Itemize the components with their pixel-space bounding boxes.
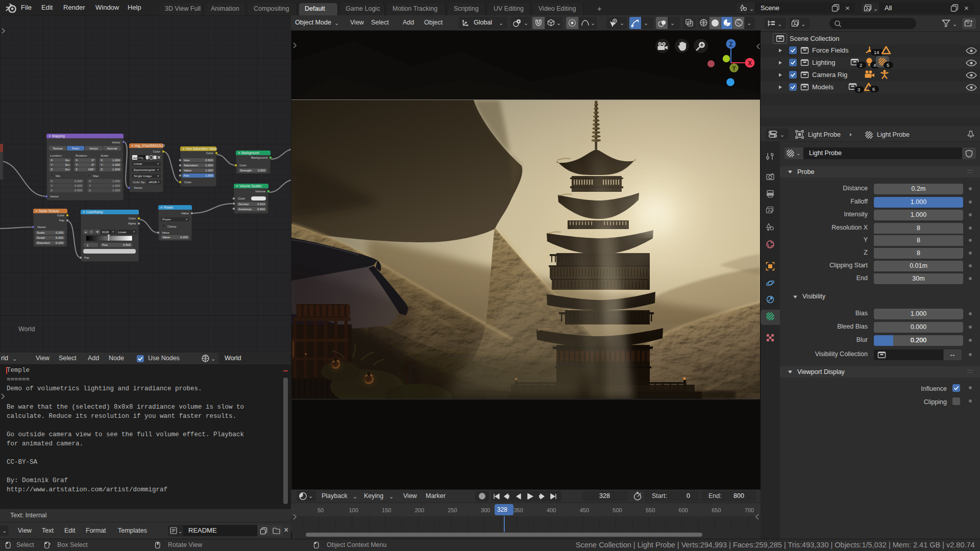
svg-text:0m: 0m: [65, 159, 69, 162]
svg-text:1.000: 1.000: [112, 189, 120, 192]
svg-text:0.500: 0.500: [258, 169, 266, 172]
svg-text:Hue Saturation Value: Hue Saturation Value: [186, 147, 217, 151]
svg-text:1.000: 1.000: [112, 163, 120, 166]
svg-text:Scale:: Scale:: [101, 154, 109, 157]
svg-text:Z:: Z:: [76, 168, 79, 171]
svg-text:0.600: 0.600: [257, 208, 265, 211]
svg-text:Single Image: Single Image: [134, 174, 152, 178]
svg-text:Location:: Location:: [50, 154, 63, 157]
svg-text:World: World: [18, 325, 35, 333]
svg-text:Fac: Fac: [59, 219, 64, 222]
svg-text:1.000: 1.000: [112, 168, 120, 171]
svg-text:Hue:: Hue:: [184, 159, 190, 162]
svg-text:Y:: Y:: [76, 163, 79, 166]
svg-text:Z:: Z:: [101, 168, 104, 171]
svg-text:Anisotrop:: Anisotrop:: [238, 208, 252, 211]
svg-text:Mapping: Mapping: [52, 134, 65, 138]
svg-text:Background: Background: [241, 151, 259, 155]
svg-text:Y:: Y:: [101, 163, 104, 166]
svg-text:0.100: 0.100: [56, 241, 64, 244]
svg-text:Fac:: Fac:: [184, 174, 190, 177]
svg-text:Power: Power: [164, 206, 174, 209]
svg-text:0.000: 0.000: [75, 184, 83, 187]
svg-text:Y: Y: [732, 65, 736, 72]
svg-text:0.250: 0.250: [56, 231, 64, 234]
svg-text:Linear: Linear: [134, 162, 142, 165]
svg-text:1.000: 1.000: [112, 184, 120, 187]
svg-text:Value: Value: [181, 212, 189, 215]
svg-text:0°: 0°: [91, 163, 94, 166]
svg-text:Scale:: Scale:: [37, 231, 45, 234]
svg-text:0.000: 0.000: [75, 189, 83, 192]
svg-text:Vector: Vector: [50, 195, 59, 198]
svg-text:Z:: Z:: [51, 168, 54, 171]
svg-text:Color: Color: [206, 152, 213, 155]
svg-text:0.500: 0.500: [205, 159, 213, 162]
svg-text:X:: X:: [51, 180, 54, 183]
svg-text:Normal: Normal: [107, 147, 117, 150]
svg-text:Volume: Volume: [255, 190, 266, 193]
svg-text:Linear: Linear: [118, 231, 127, 234]
svg-text:Clamp: Clamp: [167, 225, 177, 228]
svg-text:Volume Scatter: Volume Scatter: [239, 184, 262, 188]
svg-text:0m: 0m: [65, 168, 69, 171]
svg-text:Vector: Vector: [134, 186, 142, 189]
svg-text:Min: Min: [56, 174, 61, 178]
svg-text:Distortion:: Distortion:: [37, 241, 51, 244]
svg-text:Value: Value: [162, 231, 170, 234]
svg-text:Alpha: Alpha: [128, 222, 136, 225]
svg-text:1.000: 1.000: [205, 169, 213, 172]
svg-text:Color: Color: [184, 181, 191, 184]
svg-text:sRGB: sRGB: [149, 181, 157, 184]
svg-text:0°: 0°: [91, 159, 94, 162]
svg-text:img_: img_: [138, 156, 145, 159]
svg-text:Y:: Y:: [89, 184, 92, 187]
svg-text:Power: Power: [162, 218, 171, 221]
svg-text:X:: X:: [76, 159, 79, 162]
svg-text:Z:: Z:: [51, 189, 54, 192]
svg-text:Y:: Y:: [51, 163, 54, 166]
svg-text:Value:: Value:: [162, 236, 171, 239]
svg-text:−: −: [90, 230, 93, 234]
svg-text:X:: X:: [101, 159, 104, 162]
svg-text:X:: X:: [89, 180, 92, 183]
svg-text:Vector: Vector: [89, 147, 98, 150]
svg-text:1.000: 1.000: [112, 159, 120, 162]
svg-text:Background: Background: [251, 156, 267, 159]
svg-text:Color: Color: [239, 164, 247, 167]
svg-text:RGB: RGB: [102, 231, 109, 234]
svg-text:0.000: 0.000: [75, 180, 83, 183]
svg-text:Z: Z: [729, 41, 732, 48]
svg-text:Pos:: Pos:: [102, 243, 108, 246]
svg-text:Texture: Texture: [53, 147, 63, 150]
svg-text:Color Sp..: Color Sp..: [133, 181, 146, 184]
svg-text:Color: Color: [57, 214, 64, 217]
svg-text:166°: 166°: [88, 168, 95, 171]
svg-text:Vector: Vector: [112, 141, 120, 144]
svg-text:0.200: 0.200: [180, 236, 188, 239]
svg-text:Color: Color: [153, 150, 160, 153]
svg-text:Saturation:: Saturation:: [184, 164, 199, 167]
svg-text:Z:: Z:: [89, 189, 92, 192]
svg-text:Color: Color: [129, 217, 136, 220]
svg-text:ColorRamp: ColorRamp: [86, 210, 103, 214]
svg-text:Vector: Vector: [37, 226, 46, 229]
svg-text:Detail:: Detail:: [37, 236, 45, 239]
svg-text:Density:: Density:: [238, 203, 250, 206]
svg-text:5.000: 5.000: [56, 236, 64, 239]
svg-text:Point: Point: [72, 147, 79, 150]
svg-text:Color: Color: [238, 197, 245, 200]
svg-text:Equirectangular: Equirectangular: [134, 168, 155, 171]
svg-text:Noise Texture: Noise Texture: [39, 209, 59, 213]
svg-text:1.000: 1.000: [205, 174, 213, 177]
svg-text:X:: X:: [51, 159, 54, 162]
svg-text:img_47ac655412c2f: img_47ac655412c2f: [135, 144, 165, 148]
svg-text:0.500: 0.500: [123, 243, 131, 246]
svg-text:Rotation:: Rotation:: [76, 154, 88, 157]
svg-text:+: +: [85, 230, 87, 235]
svg-text:0.010: 0.010: [257, 203, 265, 206]
svg-text:Y:: Y:: [51, 184, 54, 187]
svg-text:Fac: Fac: [84, 256, 89, 259]
svg-text:Value:: Value:: [184, 169, 192, 172]
svg-text:1.000: 1.000: [112, 180, 120, 183]
